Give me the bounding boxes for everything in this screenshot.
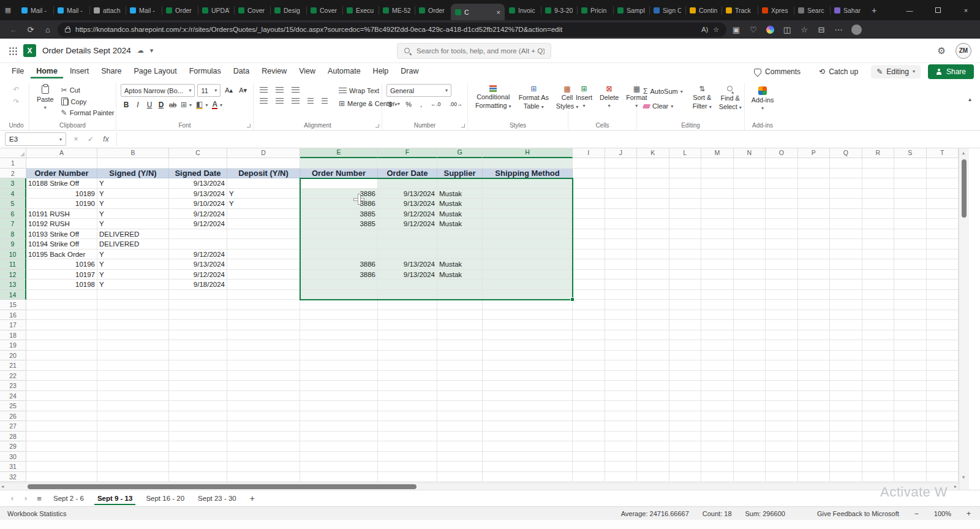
cell-H27[interactable] [483, 421, 573, 432]
column-header-K[interactable]: K [637, 148, 669, 158]
search-box[interactable] [397, 43, 551, 59]
scroll-up-icon[interactable]: ▴ [962, 150, 965, 157]
cell-J30[interactable] [605, 452, 638, 462]
sort-filter-button[interactable]: ⇅ Sort & Filter ▾ [690, 84, 715, 113]
cell-T11[interactable] [927, 259, 959, 270]
cell-T29[interactable] [927, 441, 959, 452]
cell-C3[interactable]: 9/13/2024 [169, 178, 227, 189]
cell-L23[interactable] [669, 381, 702, 391]
cell-D28[interactable] [227, 432, 300, 442]
cell-D11[interactable] [227, 259, 300, 270]
cell-I11[interactable] [573, 259, 605, 270]
cell-C26[interactable] [169, 411, 227, 422]
cell-F12[interactable]: 9/13/2024 [378, 270, 437, 280]
italic-button[interactable]: I [132, 99, 143, 110]
read-aloud-icon[interactable]: A) [701, 26, 708, 33]
cell-E10[interactable] [300, 249, 378, 260]
row-header-1[interactable]: 1 [0, 158, 26, 169]
cell-P8[interactable] [798, 229, 831, 240]
cell-S8[interactable] [894, 229, 927, 240]
column-header-S[interactable]: S [894, 148, 927, 158]
decrease-indent-button[interactable] [306, 97, 315, 105]
cell-P14[interactable] [798, 290, 831, 300]
cell-I26[interactable] [573, 411, 605, 422]
cell-B5[interactable]: Y [97, 199, 169, 209]
cell-J8[interactable] [605, 229, 638, 240]
cell-P23[interactable] [798, 381, 831, 391]
cell-G21[interactable] [437, 360, 483, 371]
cell-C4[interactable]: 9/13/2024 [169, 189, 227, 199]
cell-E6[interactable]: 3885 [300, 209, 378, 219]
spreadsheet-grid[interactable]: ABCDEFGHIJKLMNOPQRST12Order NumberSigned… [0, 148, 959, 482]
cell-T30[interactable] [927, 452, 959, 462]
cell-O32[interactable] [766, 472, 798, 482]
ribbon-tab-formulas[interactable]: Formulas [184, 64, 227, 78]
cell-O31[interactable] [766, 462, 798, 472]
cell-G31[interactable] [437, 462, 483, 472]
cell-P25[interactable] [798, 401, 831, 411]
cell-S27[interactable] [894, 421, 927, 432]
zoom-in-button[interactable]: + [965, 509, 973, 518]
cell-E14[interactable] [300, 290, 378, 300]
cell-T15[interactable] [927, 300, 959, 310]
cell-M9[interactable] [701, 239, 734, 249]
close-window-button[interactable]: × [952, 0, 980, 20]
cell-H26[interactable] [483, 411, 573, 422]
cell-M30[interactable] [701, 452, 734, 462]
browser-tab[interactable]: Mail - [126, 0, 162, 20]
cell-D18[interactable] [227, 330, 300, 341]
cell-Q1[interactable] [830, 158, 862, 169]
cell-L17[interactable] [669, 320, 702, 330]
cell-Q23[interactable] [830, 381, 862, 391]
cell-A15[interactable] [26, 300, 97, 310]
horizontal-scrollbar[interactable]: ◂ ▸ [0, 482, 959, 490]
cell-O4[interactable] [766, 189, 798, 199]
cell-F7[interactable]: 9/12/2024 [378, 219, 437, 229]
cell-B32[interactable] [97, 472, 169, 482]
row-header-23[interactable]: 23 [0, 381, 26, 391]
fill-handle[interactable] [570, 297, 575, 302]
cell-N16[interactable] [734, 310, 766, 321]
cell-R8[interactable] [862, 229, 895, 240]
cell-S15[interactable] [894, 300, 927, 310]
browser-tab[interactable]: Cover [234, 0, 270, 20]
cell-D25[interactable] [227, 401, 300, 411]
row-header-6[interactable]: 6 [0, 209, 26, 219]
cell-H15[interactable] [483, 300, 573, 310]
align-middle-button[interactable] [274, 86, 285, 94]
cell-E2[interactable]: Order Number [300, 169, 378, 179]
favorites-bar-icon[interactable]: ☆ [797, 25, 812, 34]
cell-O9[interactable] [766, 239, 798, 249]
cell-I9[interactable] [573, 239, 605, 249]
cell-E15[interactable] [300, 300, 378, 310]
refresh-icon[interactable]: ⟳ [23, 25, 38, 34]
cell-J21[interactable] [605, 360, 638, 371]
column-header-F[interactable]: F [378, 148, 437, 158]
cell-F21[interactable] [378, 360, 437, 371]
cell-S12[interactable] [894, 270, 927, 280]
ribbon-tab-view[interactable]: View [293, 64, 321, 78]
cell-F11[interactable]: 9/13/2024 [378, 259, 437, 270]
cell-A9[interactable]: 10194 Strike Off [26, 239, 97, 249]
cell-I12[interactable] [573, 270, 605, 280]
cell-E23[interactable] [300, 381, 378, 391]
cell-H30[interactable] [483, 452, 573, 462]
cell-E16[interactable] [300, 310, 378, 321]
cell-L2[interactable] [669, 169, 702, 179]
cell-G3[interactable] [437, 178, 483, 189]
cell-R11[interactable] [862, 259, 895, 270]
cell-R5[interactable] [862, 199, 895, 209]
cell-J15[interactable] [605, 300, 638, 310]
cell-S19[interactable] [894, 340, 927, 351]
cell-I13[interactable] [573, 280, 605, 290]
cell-B6[interactable]: Y [97, 209, 169, 219]
cell-K32[interactable] [637, 472, 669, 482]
column-header-T[interactable]: T [927, 148, 959, 158]
cell-P2[interactable] [798, 169, 831, 179]
cell-T8[interactable] [927, 229, 959, 240]
cell-L25[interactable] [669, 401, 702, 411]
cell-R4[interactable] [862, 189, 895, 199]
ribbon-tab-share[interactable]: Share [96, 64, 127, 78]
cell-I18[interactable] [573, 330, 605, 341]
cell-P17[interactable] [798, 320, 831, 330]
